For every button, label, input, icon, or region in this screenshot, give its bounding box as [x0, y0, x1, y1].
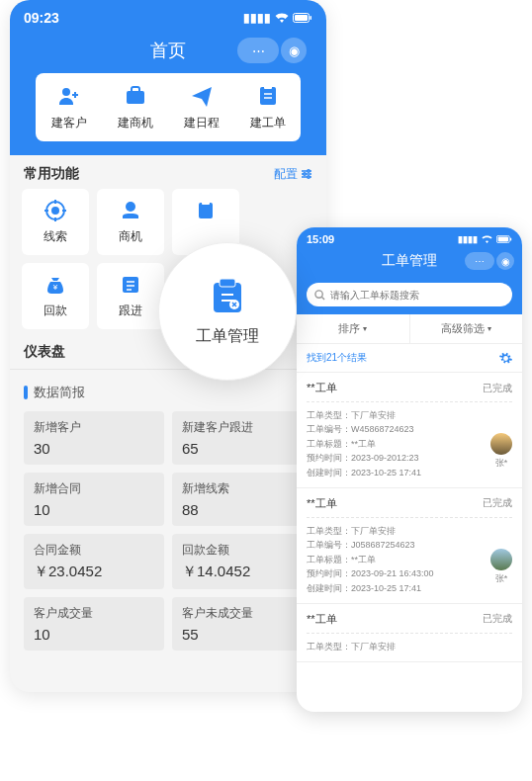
- item-subject: 工单标题：**工单: [307, 553, 512, 566]
- chevron-down-icon: ▾: [363, 324, 367, 333]
- item-title: **工单: [307, 496, 337, 511]
- stat-card[interactable]: 回款金额￥14.0452: [172, 534, 312, 589]
- quick-create-customer[interactable]: 建客户: [36, 83, 102, 131]
- item-appt: 预约时间：2023-09-21 16:43:00: [307, 566, 512, 580]
- header: 09:23 ▮▮▮▮ 首页 ⋯ ◉: [10, 0, 326, 155]
- func-payment[interactable]: ¥ 回款: [22, 263, 89, 329]
- config-button[interactable]: 配置: [274, 166, 312, 183]
- ticket-item[interactable]: **工单 已完成 工单类型：下厂单安排 工单编号：J058687254623 工…: [297, 488, 522, 604]
- stat-label: 合同金额: [34, 542, 154, 559]
- filter-bar: 排序 ▾ 高级筛选 ▾: [297, 314, 522, 344]
- item-type: 工单类型：下厂单安排: [307, 524, 512, 538]
- svg-point-3: [62, 88, 70, 96]
- stat-card[interactable]: 客户未成交量55: [172, 597, 312, 651]
- note-icon: [119, 273, 142, 297]
- capsule-menu-button[interactable]: ⋯: [237, 38, 279, 63]
- svg-rect-2: [310, 16, 312, 20]
- battery-icon: [496, 235, 512, 243]
- stat-card[interactable]: 新增线索88: [172, 473, 312, 526]
- func-label: 商机: [119, 228, 142, 245]
- sort-button[interactable]: 排序 ▾: [297, 314, 409, 343]
- quick-label: 建工单: [250, 115, 286, 131]
- stat-value: 10: [34, 501, 154, 518]
- stat-card[interactable]: 新建客户跟进65: [172, 411, 312, 465]
- ticket-item[interactable]: **工单 已完成 工单类型：下厂单安排: [297, 604, 522, 662]
- svg-rect-18: [220, 279, 235, 287]
- svg-point-12: [126, 202, 135, 212]
- stat-value: ￥23.0452: [34, 563, 154, 581]
- svg-point-8: [304, 173, 306, 175]
- stat-label: 新建客户跟进: [182, 419, 303, 436]
- ticket-item[interactable]: **工单 已完成 工单类型：下厂单安排 工单编号：W45868724623 工单…: [297, 373, 522, 488]
- func-label: 回款: [44, 303, 67, 319]
- func-opportunity[interactable]: 商机: [97, 189, 164, 255]
- item-body: 工单类型：下厂单安排: [307, 640, 512, 653]
- stat-value: 30: [34, 440, 154, 457]
- quick-actions-card: 建客户 建商机 建日程: [36, 73, 301, 141]
- title-row: 工单管理 ⋯ ◉: [297, 245, 522, 277]
- ticket-list: **工单 已完成 工单类型：下厂单安排 工单编号：W45868724623 工单…: [297, 373, 522, 662]
- quick-label: 建客户: [51, 115, 87, 131]
- func-label: 跟进: [119, 303, 142, 319]
- status-time: 09:23: [24, 10, 59, 26]
- title-row: 首页 ⋯ ◉: [24, 28, 312, 73]
- capsule-menu-button[interactable]: ⋯: [465, 252, 494, 270]
- item-status: 已完成: [483, 382, 512, 395]
- stat-card[interactable]: 新增客户30: [24, 411, 164, 465]
- capsule-close-button[interactable]: ◉: [496, 252, 514, 270]
- svg-rect-21: [498, 237, 508, 242]
- func-leads[interactable]: 线索: [22, 189, 89, 255]
- signal-icon: ▮▮▮▮: [243, 11, 271, 25]
- capsule-close-button[interactable]: ◉: [281, 38, 307, 63]
- quick-create-ticket[interactable]: 建工单: [234, 83, 301, 131]
- item-body: 工单类型：下厂单安排 工单编号：J058687254623 工单标题：**工单 …: [307, 524, 512, 595]
- stat-card[interactable]: 合同金额￥23.0452: [24, 534, 164, 589]
- header: 15:09 ▮▮▮▮ 工单管理 ⋯ ◉: [297, 227, 522, 314]
- item-no: 工单编号：W45868724623: [307, 422, 512, 436]
- func-label: 线索: [44, 228, 67, 245]
- search-input[interactable]: [330, 290, 504, 301]
- stat-card[interactable]: 客户成交量10: [24, 597, 164, 651]
- item-title: **工单: [307, 612, 337, 627]
- search-icon: [314, 290, 325, 301]
- avatar-icon: [490, 433, 512, 455]
- section-title: 常用功能: [24, 165, 79, 183]
- filter-button[interactable]: 高级筛选 ▾: [410, 314, 523, 343]
- status-bar: 15:09 ▮▮▮▮: [297, 227, 522, 245]
- svg-rect-4: [127, 91, 144, 104]
- item-head: **工单 已完成: [307, 381, 512, 402]
- item-created: 创建时间：2023-10-25 17:41: [307, 466, 512, 479]
- dashboard-subtitle: 数据简报: [34, 384, 85, 401]
- send-icon: [189, 83, 215, 109]
- item-appt: 预约时间：2023-09-2012:23: [307, 451, 512, 465]
- filter-icon: [301, 168, 312, 180]
- status-time: 15:09: [307, 233, 334, 245]
- gear-icon[interactable]: [499, 352, 512, 365]
- quick-create-opportunity[interactable]: 建商机: [102, 83, 168, 131]
- item-title: **工单: [307, 381, 337, 395]
- item-type: 工单类型：下厂单安排: [307, 408, 512, 422]
- signal-icon: ▮▮▮▮: [458, 234, 478, 244]
- item-no: 工单编号：J058687254623: [307, 538, 512, 552]
- ticket-icon: [255, 83, 281, 109]
- quick-create-schedule[interactable]: 建日程: [168, 83, 234, 131]
- page-title: 首页: [150, 39, 186, 62]
- assignee-name: 张*: [495, 457, 508, 470]
- filter-label: 高级筛选: [441, 321, 485, 336]
- mini-program-capsule: ⋯ ◉: [465, 252, 514, 270]
- ticket-management-bubble[interactable]: 工单管理: [158, 242, 297, 381]
- svg-point-23: [315, 290, 322, 297]
- stat-card[interactable]: 新增合同10: [24, 473, 164, 526]
- stat-label: 新增客户: [34, 419, 154, 436]
- bubble-label: 工单管理: [196, 326, 259, 347]
- svg-point-11: [51, 207, 59, 215]
- wifi-icon: [275, 13, 289, 23]
- quick-label: 建商机: [118, 115, 153, 131]
- svg-rect-13: [199, 203, 213, 218]
- stats-grid: 新增客户30 新建客户跟进65 新增合同10 新增线索88 合同金额￥23.04…: [10, 411, 326, 651]
- item-body: 工单类型：下厂单安排 工单编号：W45868724623 工单标题：**工单 预…: [307, 408, 512, 479]
- item-status: 已完成: [483, 496, 512, 510]
- svg-text:¥: ¥: [52, 283, 58, 292]
- search-box[interactable]: [307, 283, 512, 306]
- func-followup[interactable]: 跟进: [97, 263, 164, 329]
